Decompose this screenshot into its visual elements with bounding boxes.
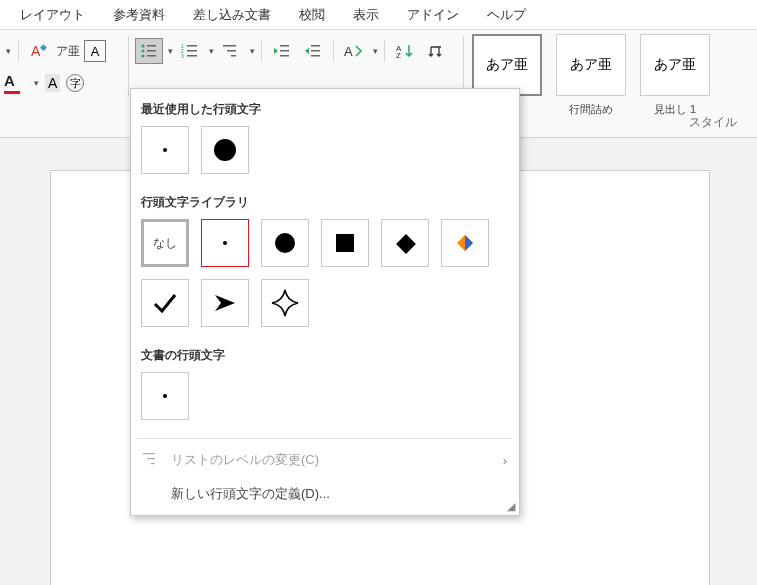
- svg-text:◆: ◆: [40, 42, 47, 52]
- bullet-checkmark[interactable]: [141, 279, 189, 327]
- svg-rect-35: [151, 463, 155, 464]
- menu-references[interactable]: 参考資料: [99, 0, 179, 30]
- define-new-bullet-item[interactable]: 新しい行頭文字の定義(D)...: [131, 477, 519, 511]
- menu-view[interactable]: 表示: [339, 0, 393, 30]
- svg-point-32: [163, 394, 167, 398]
- svg-rect-16: [231, 55, 236, 57]
- style-nospace[interactable]: あア亜 行間詰め: [556, 34, 626, 117]
- svg-point-26: [163, 148, 167, 152]
- svg-rect-11: [187, 50, 197, 52]
- svg-point-29: [275, 233, 295, 253]
- bullet-disc[interactable]: [261, 219, 309, 267]
- svg-rect-3: [147, 45, 156, 47]
- svg-rect-33: [143, 453, 155, 454]
- menu-help[interactable]: ヘルプ: [473, 0, 540, 30]
- svg-rect-13: [187, 55, 197, 57]
- svg-rect-31: [396, 234, 416, 254]
- menu-mailmerge[interactable]: 差し込み文書: [179, 0, 285, 30]
- svg-point-28: [223, 241, 227, 245]
- text-direction-button[interactable]: A: [340, 38, 368, 64]
- ribbon-font-group: ▾ A◆ ア亜 A A ▾ A 字: [0, 30, 126, 137]
- document-bullet-small-dot[interactable]: [141, 372, 189, 420]
- change-level-icon: [143, 452, 159, 469]
- svg-rect-34: [147, 458, 155, 459]
- svg-rect-21: [311, 50, 320, 52]
- svg-rect-17: [280, 45, 289, 47]
- increase-indent-button[interactable]: [299, 38, 327, 64]
- menu-review[interactable]: 校閲: [285, 0, 339, 30]
- multilevel-list-button[interactable]: [217, 38, 245, 64]
- svg-point-6: [142, 55, 145, 58]
- document-bullets-title: 文書の行頭文字: [131, 341, 519, 372]
- svg-text:A: A: [344, 44, 353, 59]
- decrease-indent-button[interactable]: [268, 38, 296, 64]
- character-border-icon[interactable]: A: [84, 40, 106, 62]
- svg-rect-18: [280, 50, 289, 52]
- svg-rect-19: [280, 55, 289, 57]
- bullet-small-dot[interactable]: [201, 219, 249, 267]
- bullet-library-title: 行頭文字ライブラリ: [131, 188, 519, 219]
- bullet-colored-diamond[interactable]: [441, 219, 489, 267]
- svg-rect-22: [311, 55, 320, 57]
- svg-point-2: [142, 45, 145, 48]
- bullet-none[interactable]: なし: [141, 219, 189, 267]
- clear-formatting-icon[interactable]: A◆: [26, 38, 52, 64]
- text-direction-dropdown-icon[interactable]: ▾: [371, 46, 378, 56]
- numbering-dropdown-icon[interactable]: ▾: [207, 46, 214, 56]
- change-list-level-item: リストのレベルの変更(C) ›: [131, 443, 519, 477]
- svg-rect-5: [147, 50, 156, 52]
- chevron-right-icon: ›: [503, 453, 507, 468]
- recent-bullet-large-disc[interactable]: [201, 126, 249, 174]
- recent-bullet-small-dot[interactable]: [141, 126, 189, 174]
- bullets-button[interactable]: [135, 38, 163, 64]
- sort-button[interactable]: AZ: [391, 38, 419, 64]
- menu-layout[interactable]: レイアウト: [6, 0, 99, 30]
- bullet-arrowhead[interactable]: [201, 279, 249, 327]
- svg-text:3: 3: [181, 53, 184, 59]
- font-color-button[interactable]: A: [4, 72, 26, 94]
- font-color-dropdown-icon[interactable]: ▾: [32, 78, 39, 88]
- svg-rect-30: [336, 234, 354, 252]
- recent-bullets-title: 最近使用した行頭文字: [131, 95, 519, 126]
- enclose-character-icon[interactable]: 字: [66, 74, 84, 92]
- svg-rect-9: [187, 45, 197, 47]
- menu-addins[interactable]: アドイン: [393, 0, 473, 30]
- bullet-square[interactable]: [321, 219, 369, 267]
- svg-rect-15: [227, 50, 236, 52]
- dropdown-arrow-icon[interactable]: ▾: [4, 46, 11, 56]
- svg-rect-7: [147, 55, 156, 57]
- phonetic-guide-icon[interactable]: ア亜: [56, 43, 80, 60]
- svg-rect-14: [223, 45, 236, 47]
- highlight-button[interactable]: A: [45, 74, 60, 92]
- menubar: レイアウト 参考資料 差し込み文書 校閲 表示 アドイン ヘルプ: [0, 0, 757, 30]
- bullet-four-point-star[interactable]: [261, 279, 309, 327]
- bullets-dropdown-panel: 最近使用した行頭文字 行頭文字ライブラリ なし 文書の行頭文字 リストのレベルの…: [130, 88, 520, 516]
- multilevel-dropdown-icon[interactable]: ▾: [248, 46, 255, 56]
- svg-point-4: [142, 50, 145, 53]
- style-heading1[interactable]: あア亜 見出し 1: [640, 34, 710, 117]
- numbering-button[interactable]: 123: [176, 38, 204, 64]
- resize-grip-icon[interactable]: ◢: [507, 500, 515, 513]
- bullets-dropdown-icon[interactable]: ▾: [166, 46, 173, 56]
- svg-rect-20: [311, 45, 320, 47]
- svg-text:Z: Z: [396, 51, 401, 59]
- bullet-diamond[interactable]: [381, 219, 429, 267]
- styles-group-label: スタイル: [689, 114, 737, 131]
- show-marks-button[interactable]: [422, 38, 450, 64]
- svg-point-27: [214, 139, 236, 161]
